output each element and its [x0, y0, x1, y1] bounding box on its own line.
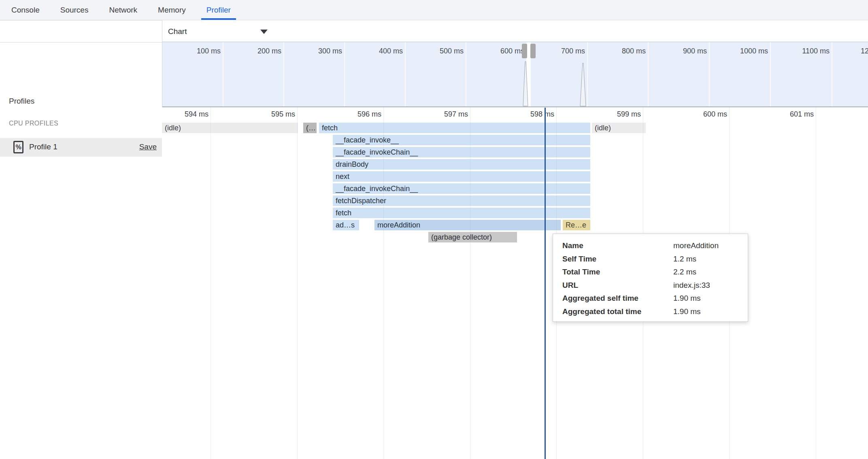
ruler-tick-label: 596 ms: [357, 110, 381, 119]
tooltip-row: Aggregated total time1.90 ms: [562, 305, 748, 319]
tooltip-value: 2.2 ms: [673, 268, 748, 276]
cpu-profiles-section-label: CPU PROFILES: [9, 120, 58, 127]
flame-bar[interactable]: (garbage collector): [428, 232, 517, 242]
flame-bar[interactable]: moreAddition: [374, 220, 561, 230]
chart-dropdown-label: Chart: [168, 27, 187, 36]
tooltip-label: Self Time: [562, 255, 673, 264]
chart-toolbar: Chart: [162, 20, 868, 42]
tab-console[interactable]: Console: [6, 0, 45, 20]
tooltip-row: Aggregated self time1.90 ms: [562, 292, 748, 305]
flame-bar[interactable]: (idle): [592, 123, 646, 133]
tooltip-row: NamemoreAddition: [562, 239, 748, 253]
tooltip-value: 1.90 ms: [673, 307, 748, 316]
ruler-tick-label: 594 ms: [185, 110, 208, 119]
call-frame-tooltip: NamemoreAdditionSelf Time1.2 msTotal Tim…: [553, 234, 748, 322]
ruler-tick-label: 600 ms: [703, 110, 727, 119]
flame-bar[interactable]: (idle): [162, 123, 298, 133]
selection-handle-right[interactable]: [530, 44, 536, 58]
tab-network[interactable]: Network: [104, 0, 143, 20]
tab-memory[interactable]: Memory: [153, 0, 191, 20]
tooltip-value: 1.2 ms: [673, 255, 748, 264]
flame-bar[interactable]: __facade_invokeChain__: [333, 147, 590, 157]
flame-bar[interactable]: fetchDispatcher: [333, 196, 590, 206]
ruler-tick-label: 599 ms: [617, 110, 641, 119]
tooltip-label: Aggregated self time: [562, 294, 673, 303]
devtools-window: ConsoleSourcesNetworkMemoryProfiler Char…: [0, 0, 868, 459]
profile-name: Profile 1: [29, 142, 57, 151]
time-gridline: [211, 107, 211, 459]
flame-bar[interactable]: __facade_invokeChain__: [333, 183, 590, 194]
profiles-heading: Profiles: [9, 97, 34, 106]
tooltip-row: URLindex.js:33: [562, 279, 748, 292]
flame-bar[interactable]: fetch: [319, 123, 590, 133]
timeline-overview[interactable]: 100 ms200 ms300 ms400 ms500 ms600 ms700 …: [162, 42, 868, 106]
flame-bar[interactable]: fetch: [333, 208, 590, 218]
flame-bar[interactable]: next: [333, 171, 590, 182]
tooltip-label: Total Time: [562, 268, 673, 276]
ruler-tick-label: 597 ms: [444, 110, 468, 119]
tooltip-row: Total Time2.2 ms: [562, 266, 748, 279]
tooltip-label: Name: [562, 241, 673, 250]
tooltip-value: index.js:33: [673, 281, 748, 290]
profiler-toolbar: [0, 20, 162, 42]
sidebar-item-profile-1[interactable]: % Profile 1 Save: [0, 138, 162, 157]
chart-type-dropdown[interactable]: Chart: [168, 20, 273, 42]
time-gridline: [383, 107, 384, 459]
save-link[interactable]: Save: [139, 142, 157, 151]
tab-profiler[interactable]: Profiler: [201, 0, 236, 20]
playhead-cursor-line: [545, 108, 546, 459]
flame-bar[interactable]: ad…s: [333, 220, 359, 230]
time-gridline: [816, 107, 816, 459]
ruler-tick-label: 601 ms: [790, 110, 814, 119]
chevron-down-icon: [260, 30, 268, 34]
time-gridline: [470, 107, 470, 459]
flame-bar[interactable]: __facade_invoke__: [333, 135, 590, 145]
flame-bar[interactable]: drainBody: [333, 159, 590, 170]
profile-document-icon: %: [13, 141, 23, 153]
selection-handle-left[interactable]: [522, 44, 527, 58]
ruler-tick-label: 598 ms: [530, 110, 554, 119]
flame-bar[interactable]: Re…e: [563, 220, 590, 230]
tooltip-value: 1.90 ms: [673, 294, 748, 303]
activity-spikes: [162, 42, 868, 106]
time-gridline: [297, 107, 298, 459]
tooltip-row: Self Time1.2 ms: [562, 253, 748, 266]
flame-chart-pane[interactable]: 594 ms595 ms596 ms597 ms598 ms599 ms600 …: [162, 107, 868, 459]
flame-bar[interactable]: (…: [303, 123, 317, 133]
ruler-tick-label: 595 ms: [271, 110, 295, 119]
tooltip-label: Aggregated total time: [562, 307, 673, 316]
tooltip-label: URL: [562, 281, 673, 290]
tab-bar: ConsoleSourcesNetworkMemoryProfiler: [0, 0, 868, 20]
sidebar: Profiles CPU PROFILES % Profile 1 Save: [0, 43, 162, 459]
tab-sources[interactable]: Sources: [55, 0, 94, 20]
tooltip-value: moreAddition: [673, 241, 748, 250]
